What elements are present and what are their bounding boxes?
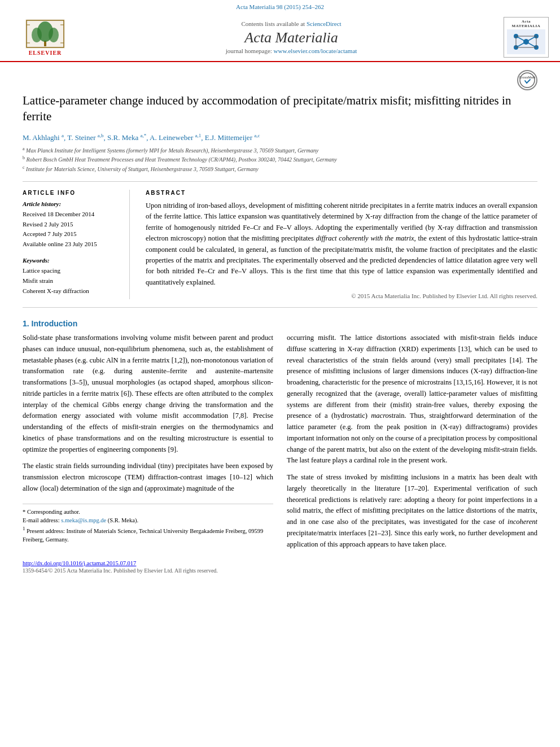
footnote-address-text: Present address: Institute of Materials … <box>23 528 263 543</box>
section-1-title: 1. Introduction <box>23 319 537 328</box>
abstract-copyright: © 2015 Acta Materialia Inc. Published by… <box>146 292 537 299</box>
article-info-header: ARTICLE INFO <box>23 190 119 196</box>
crossmark-area: CrossMark <box>23 62 537 90</box>
keywords-section: Keywords: Lattice spacing Misfit strain … <box>23 257 119 296</box>
keywords-label: Keywords: <box>23 257 119 264</box>
footnote-corresponding-text: * Corresponding author. <box>23 509 80 515</box>
acta-logo-area: ActaMATERIALIA <box>504 17 549 58</box>
journal-header: ELSEVIER Contents lists available at Sci… <box>0 12 560 62</box>
aff-a1-sup: a,1 <box>195 133 202 138</box>
section-introduction: 1. Introduction Solid-state phase transf… <box>23 319 537 556</box>
footnote-present-address: 1 Present address: Institute of Material… <box>23 525 273 544</box>
contents-label: Contents lists available at <box>241 20 305 27</box>
footnote-email: E-mail address: s.meka@is.mpg.de (S.R. M… <box>23 516 273 525</box>
keyword-1: Lattice spacing <box>23 266 119 276</box>
keyword-3: Coherent X-ray diffraction <box>23 286 119 296</box>
aff-sup-a: a <box>23 146 25 151</box>
received-date: Received 18 December 2014 <box>23 209 119 220</box>
journal-title: Acta Materialia <box>79 29 504 46</box>
footnote-1-sup: 1 <box>23 526 25 531</box>
svg-point-24 <box>520 73 535 88</box>
elsevier-wordmark: ELSEVIER <box>29 50 62 56</box>
section-1-number: 1. <box>23 319 29 328</box>
svg-text:CrossMark: CrossMark <box>519 76 535 79</box>
section-1-label: Introduction <box>32 319 78 328</box>
footnote-email-suffix: (S.R. Meka). <box>108 517 138 523</box>
article-title: Lattice-parameter change induced by acco… <box>23 93 537 125</box>
acta-logo-box: ActaMATERIALIA <box>504 17 549 58</box>
article-container: CrossMark Lattice-parameter change induc… <box>0 62 560 585</box>
footnote-corresponding: * Corresponding author. <box>23 508 273 517</box>
elsevier-tree-icon <box>25 19 65 49</box>
body-col-left: Solid-state phase transformations involv… <box>23 333 273 556</box>
svg-line-27 <box>527 80 530 83</box>
footnote-email-link[interactable]: s.meka@is.mpg.de <box>61 517 106 523</box>
footnotes-area: * Corresponding author. E-mail address: … <box>23 504 273 545</box>
body-para-2: The elastic strain fields surrounding in… <box>23 461 273 494</box>
aff-sup-b: b <box>23 155 25 160</box>
abstract-text: Upon nitriding of iron-based alloys, dev… <box>146 200 537 288</box>
crossmark-icon: CrossMark <box>519 72 535 88</box>
article-history-label: Article history: <box>23 200 119 207</box>
journal-homepage: journal homepage: www.elsevier.com/locat… <box>79 47 504 54</box>
footnote-email-label: E-mail address: <box>23 517 60 523</box>
info-abstract-cols: ARTICLE INFO Article history: Received 1… <box>23 190 537 299</box>
abstract-header: ABSTRACT <box>146 190 537 196</box>
body-para-4: The state of stress invoked by misfittin… <box>287 472 537 550</box>
doi-line: http://dx.doi.org/10.1016/j.actamat.2015… <box>23 560 537 566</box>
body-para-1: Solid-state phase transformations involv… <box>23 333 273 455</box>
aff-sup-c: c <box>23 165 25 170</box>
aff-a-star-sup: a,* <box>141 133 147 138</box>
abstract-col: ABSTRACT Upon nitriding of iron-based al… <box>146 190 537 299</box>
body-para-3: occurring misfit. The lattice distortion… <box>287 333 537 466</box>
journal-header-center: Contents lists available at ScienceDirec… <box>79 20 504 54</box>
contents-line: Contents lists available at ScienceDirec… <box>79 20 504 27</box>
authors-line: M. Akhlaghi a, T. Steiner a,b, S.R. Meka… <box>23 133 537 142</box>
body-text-left: Solid-state phase transformations involv… <box>23 333 273 495</box>
aff-ac-sup: a,c <box>254 133 260 138</box>
divider-2 <box>23 307 537 308</box>
accepted-date: Accepted 7 July 2015 <box>23 229 119 239</box>
acta-logo-toptext: ActaMATERIALIA <box>506 19 546 28</box>
doi-link[interactable]: http://dx.doi.org/10.1016/j.actamat.2015… <box>23 560 136 566</box>
body-two-col: Solid-state phase transformations involv… <box>23 333 537 556</box>
crossmark-badge: CrossMark <box>517 70 537 90</box>
journal-ref-text: Acta Materialia 98 (2015) 254–262 <box>236 3 324 10</box>
aff-ab-sup: a,b <box>98 133 104 138</box>
body-col-right: occurring misfit. The lattice distortion… <box>287 333 537 556</box>
affiliations: a Max Planck Institute for Intelligent S… <box>23 146 537 173</box>
available-online-date: Available online 23 July 2015 <box>23 239 119 250</box>
elsevier-logo-area: ELSEVIER <box>11 19 79 56</box>
homepage-url[interactable]: www.elsevier.com/locate/actamat <box>274 47 357 54</box>
journal-reference: Acta Materialia 98 (2015) 254–262 <box>0 0 560 12</box>
revised-date: Revised 2 July 2015 <box>23 220 119 230</box>
elsevier-logo: ELSEVIER <box>25 19 65 56</box>
aff-a-sup1: a <box>62 133 64 138</box>
keyword-2: Misfit strain <box>23 276 119 286</box>
svg-point-3 <box>32 28 42 42</box>
divider-1 <box>23 181 537 182</box>
article-info-col: ARTICLE INFO Article history: Received 1… <box>23 190 130 299</box>
homepage-label: journal homepage: <box>226 47 272 54</box>
bottom-copyright: 1359-6454/© 2015 Acta Materialia Inc. Pu… <box>23 567 537 574</box>
sciencedirect-link[interactable]: ScienceDirect <box>307 20 342 27</box>
acta-logo-icon <box>507 29 545 54</box>
body-text-right: occurring misfit. The lattice distortion… <box>287 333 537 550</box>
svg-point-4 <box>49 28 59 42</box>
